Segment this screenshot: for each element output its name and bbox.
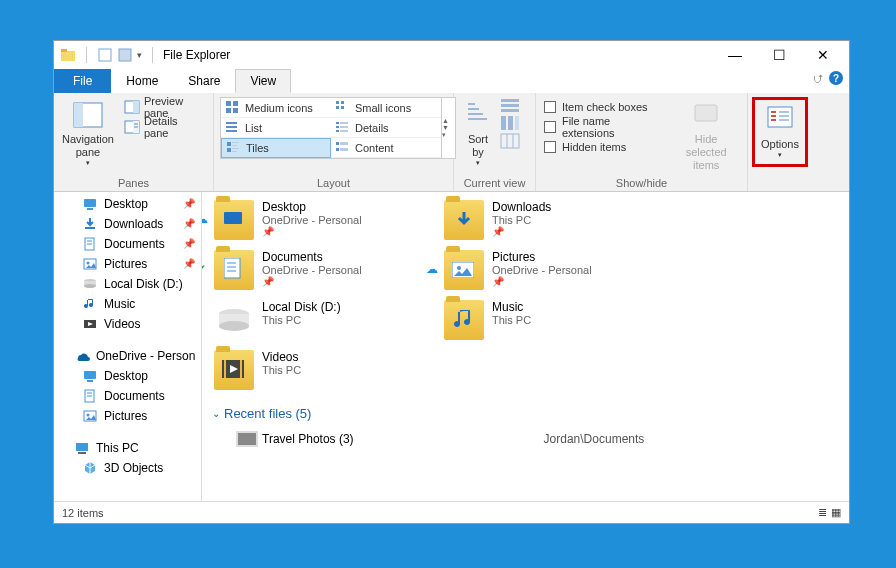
tile-music[interactable]: Music This PC — [440, 296, 660, 344]
recent-files-header[interactable]: ⌄ Recent files (5) — [210, 394, 841, 427]
nav-item-local-disk-d-[interactable]: Local Disk (D:) — [54, 274, 201, 294]
videos-folder-icon — [214, 350, 254, 390]
layout-content[interactable]: Content — [331, 138, 441, 158]
tile-name: Pictures — [492, 250, 592, 264]
tile-desktop[interactable]: ☁ Desktop OneDrive - Personal 📌 — [210, 196, 430, 244]
nav-item-pictures[interactable]: Pictures — [54, 406, 201, 426]
tile-location: This PC — [492, 214, 551, 226]
nav-item-label: Desktop — [104, 369, 148, 383]
details-pane-button[interactable]: Details pane — [120, 117, 207, 137]
svg-rect-28 — [340, 130, 348, 132]
preview-pane-button[interactable]: Preview pane — [120, 97, 207, 117]
tile-downloads[interactable]: Downloads This PC 📌 — [440, 196, 660, 244]
layout-tiles[interactable]: Tiles — [221, 138, 331, 158]
navigation-pane-button[interactable]: Navigation pane ▾ — [60, 97, 116, 170]
qat-dropdown[interactable]: ▾ — [137, 50, 142, 60]
svg-rect-45 — [501, 109, 519, 112]
svg-rect-74 — [87, 380, 93, 382]
help-icon[interactable]: ? — [829, 71, 843, 85]
layout-medium-icons[interactable]: Medium icons — [221, 98, 331, 118]
options-button[interactable]: Options ▾ — [757, 102, 803, 162]
nav-item-documents[interactable]: Documents 📌 — [54, 234, 201, 254]
svg-rect-94 — [240, 360, 242, 378]
recent-file-item[interactable]: Travel Photos (3) Jordan\Documents — [210, 427, 841, 451]
svg-rect-19 — [341, 106, 344, 109]
large-icons-view-button[interactable]: ▦ — [831, 506, 841, 519]
sort-by-button[interactable]: Sort by▾ — [460, 97, 496, 170]
svg-rect-32 — [227, 148, 231, 152]
close-button[interactable]: ✕ — [801, 41, 845, 69]
nav-item-documents[interactable]: Documents — [54, 386, 201, 406]
pin-icon: 📌 — [262, 276, 362, 287]
nav-item-label: Pictures — [104, 257, 147, 271]
svg-point-67 — [87, 261, 90, 264]
svg-rect-18 — [336, 106, 339, 109]
nav-item-label: Documents — [104, 389, 165, 403]
nav-item-label: Music — [104, 297, 135, 311]
showhide-group-label: Show/hide — [542, 175, 741, 189]
svg-rect-5 — [74, 103, 83, 127]
nav-item-this-pc[interactable]: This PC — [54, 438, 201, 458]
layout-gallery[interactable]: Medium icons Small icons ▲▼▾ List Detail… — [220, 97, 456, 159]
documents-icon — [82, 236, 98, 252]
qat-new-folder-button[interactable] — [117, 47, 133, 63]
nav-item-desktop[interactable]: Desktop 📌 — [54, 194, 201, 214]
sync-status-icon: ✔ — [202, 262, 206, 276]
svg-rect-80 — [76, 443, 88, 451]
nav-item-downloads[interactable]: Downloads 📌 — [54, 214, 201, 234]
svg-rect-37 — [336, 148, 339, 151]
thispc-icon — [74, 440, 90, 456]
music-folder-icon — [444, 300, 484, 340]
tile-videos[interactable]: Videos This PC — [210, 346, 430, 394]
minimize-ribbon-icon[interactable]: ⮍ — [812, 72, 823, 84]
qat-properties-button[interactable] — [97, 47, 113, 63]
layout-group-label: Layout — [220, 175, 447, 189]
svg-rect-60 — [84, 199, 96, 207]
tile-pictures[interactable]: ☁ Pictures OneDrive - Personal 📌 — [440, 246, 660, 294]
tab-home[interactable]: Home — [111, 69, 173, 93]
item-check-boxes-toggle[interactable]: Item check boxes — [542, 97, 667, 117]
nav-item-3d-objects[interactable]: 3D Objects — [54, 458, 201, 478]
tile-local-disk-d-[interactable]: Local Disk (D:) This PC — [210, 296, 430, 344]
svg-rect-24 — [340, 122, 348, 124]
nav-item-onedrive-person[interactable]: OneDrive - Person — [54, 346, 201, 366]
add-columns-button[interactable] — [500, 115, 516, 131]
layout-list[interactable]: List — [221, 118, 331, 138]
tile-documents[interactable]: ✔ Documents OneDrive - Personal 📌 — [210, 246, 430, 294]
details-view-button[interactable]: ≣ — [818, 506, 827, 519]
layout-small-icons[interactable]: Small icons — [331, 98, 441, 118]
svg-point-88 — [457, 266, 461, 270]
desktop-folder-icon: ☁ — [214, 200, 254, 240]
nav-item-videos[interactable]: Videos — [54, 314, 201, 334]
maximize-button[interactable]: ☐ — [757, 41, 801, 69]
svg-rect-33 — [232, 148, 239, 149]
window-title: File Explorer — [163, 48, 230, 62]
tile-name: Videos — [262, 350, 301, 364]
nav-item-desktop[interactable]: Desktop — [54, 366, 201, 386]
sync-status-icon: ☁ — [202, 212, 208, 226]
disk-icon — [82, 276, 98, 292]
hide-selected-items-button[interactable]: Hide selected items — [671, 97, 741, 175]
svg-rect-52 — [695, 105, 717, 121]
file-name-extensions-toggle[interactable]: File name extensions — [542, 117, 667, 137]
svg-rect-81 — [78, 452, 86, 454]
nav-item-pictures[interactable]: Pictures 📌 — [54, 254, 201, 274]
svg-rect-73 — [84, 371, 96, 379]
tab-share[interactable]: Share — [173, 69, 235, 93]
nav-item-label: This PC — [96, 441, 139, 455]
hidden-items-toggle[interactable]: Hidden items — [542, 137, 667, 157]
panes-group-label: Panes — [60, 175, 207, 189]
svg-rect-47 — [508, 116, 513, 130]
minimize-button[interactable]: ― — [713, 41, 757, 69]
layout-details[interactable]: Details — [331, 118, 441, 138]
nav-item-music[interactable]: Music — [54, 294, 201, 314]
nav-item-label: Documents — [104, 237, 165, 251]
size-columns-button[interactable] — [500, 133, 516, 149]
recent-file-name: Travel Photos (3) — [262, 432, 354, 446]
file-explorer-window: ▾ File Explorer ― ☐ ✕ File Home Share Vi… — [53, 40, 850, 524]
group-by-button[interactable] — [500, 97, 516, 113]
pin-icon: 📌 — [183, 218, 195, 229]
tab-file[interactable]: File — [54, 69, 111, 93]
tab-view[interactable]: View — [235, 69, 291, 93]
svg-rect-39 — [468, 103, 475, 105]
